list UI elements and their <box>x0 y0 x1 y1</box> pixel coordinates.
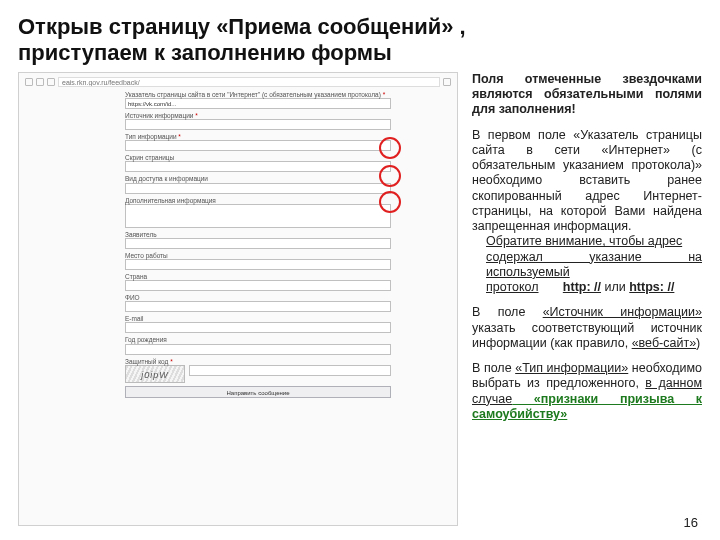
label-source: Источник информации * <box>125 112 391 119</box>
input-email <box>125 322 391 333</box>
title-line-1: Открыв страницу «Приема сообщений» , <box>18 14 466 39</box>
input-applicant <box>125 238 391 249</box>
input-year <box>125 344 391 355</box>
input-fio <box>125 301 391 312</box>
input-source <box>125 119 391 130</box>
input-captcha <box>189 365 391 376</box>
label-email: E-mail <box>125 315 391 322</box>
input-work <box>125 259 391 270</box>
p-required-fields: Поля отмеченные звездочками являются обя… <box>472 72 702 118</box>
p-source-field: В поле «Источник информации» указать соо… <box>472 305 702 351</box>
input-country <box>125 280 391 291</box>
label-type: Тип информации * <box>125 133 391 140</box>
label-other: Дополнительная информация <box>125 197 391 204</box>
forward-icon <box>36 78 44 86</box>
input-type <box>125 140 391 151</box>
instruction-text: Поля отмеченные звездочками являются обя… <box>472 72 702 526</box>
label-captcha: Защитный код * <box>125 358 185 365</box>
input-screenshot <box>125 161 391 172</box>
browser-screenshot: eais.rkn.gov.ru/feedback/ Указатель стра… <box>18 72 458 526</box>
submit-button: Направить сообщение <box>125 386 391 398</box>
label-screenshot: Скрин страницы <box>125 154 391 161</box>
captcha-image: j0ipW <box>125 365 185 383</box>
title-line-2: приступаем к заполнению формы <box>18 40 392 65</box>
input-other <box>125 204 391 228</box>
label-url: Указатель страницы сайта в сети "Интерне… <box>125 91 391 98</box>
label-country: Страна <box>125 273 391 280</box>
label-access: Вид доступа к информации <box>125 175 391 182</box>
p-type-field: В поле «Тип информации» необходимо выбра… <box>472 361 702 422</box>
reload-icon <box>47 78 55 86</box>
label-year: Год рождения <box>125 336 391 343</box>
address-bar: eais.rkn.gov.ru/feedback/ <box>58 77 440 87</box>
input-access <box>125 183 391 194</box>
label-applicant: Заявитель <box>125 231 391 238</box>
menu-icon <box>443 78 451 86</box>
p-url-field: В первом поле «Указатель страницы сайта … <box>472 128 702 296</box>
label-fio: ФИО <box>125 294 391 301</box>
input-url: https://vk.com/id... <box>125 98 391 109</box>
label-work: Место работы <box>125 252 391 259</box>
page-number: 16 <box>684 515 698 530</box>
back-icon <box>25 78 33 86</box>
